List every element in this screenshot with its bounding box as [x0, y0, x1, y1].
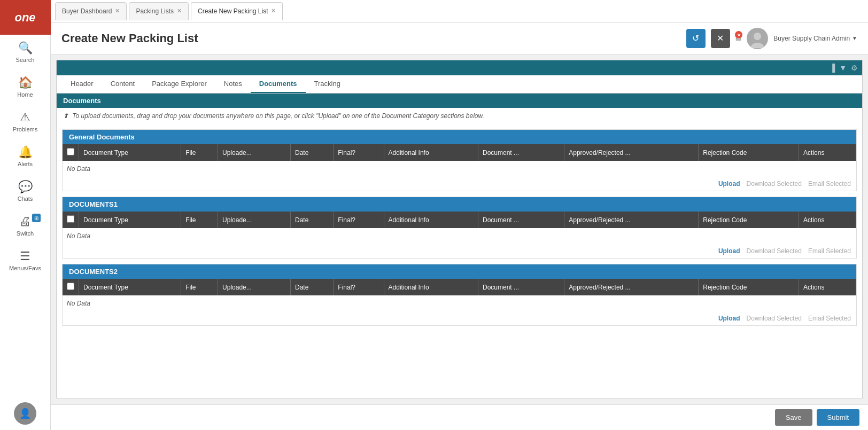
menu-button[interactable]: ≡ ★ [735, 32, 742, 44]
col-document-2: Document ... [478, 279, 564, 295]
tab-header[interactable]: Header [62, 75, 102, 93]
documents2-section: DOCUMENTS2 Document Type File Uploade...… [62, 264, 857, 326]
docs1-email-link[interactable]: Email Selected [808, 247, 851, 255]
col-document-1: Document ... [478, 212, 564, 228]
tab-close-create-new-packing-list[interactable]: ✕ [271, 7, 276, 14]
tab-packing-lists[interactable]: Packing Lists ✕ [129, 2, 189, 20]
sidebar-item-chats[interactable]: 💬 Chats [0, 174, 50, 208]
tab-create-new-packing-list[interactable]: Create New Packing List ✕ [191, 2, 283, 20]
sidebar-item-switch[interactable]: 🖨 ⊞ Switch [0, 208, 50, 243]
search-icon: 🔍 [18, 41, 33, 55]
teal-icon-dropdown[interactable]: ▼ [839, 64, 847, 72]
menu-badge: ★ [735, 31, 742, 38]
general-email-link[interactable]: Email Selected [808, 180, 851, 187]
page-tabs: Header Content Package Explorer Notes Do… [57, 75, 862, 93]
switch-icon: 🖨 [19, 215, 31, 229]
tab-content[interactable]: Content [102, 75, 144, 93]
col-uploaded-0: Uploade... [218, 144, 291, 161]
warning-icon: ⚠ [20, 111, 30, 124]
user-name-dropdown[interactable]: Buyer Supply Chain Admin ▼ [773, 35, 857, 42]
docs1-select-all-checkbox[interactable] [67, 215, 74, 223]
general-documents-header: General Documents [63, 130, 856, 144]
docs1-footer: Upload Download Selected Email Selected [63, 244, 856, 258]
general-documents-table: Document Type File Uploade... Date Final… [63, 144, 856, 177]
app-logo[interactable]: one [0, 0, 51, 35]
sidebar-item-problems[interactable]: ⚠ Problems [0, 104, 50, 139]
tab-buyer-dashboard[interactable]: Buyer Dashboard ✕ [55, 2, 127, 20]
documents1-table: Document Type File Uploade... Date Final… [63, 212, 856, 244]
alerts-icon: 🔔 [18, 145, 33, 159]
documents1-section: DOCUMENTS1 Document Type File Uploade...… [62, 197, 857, 259]
refresh-button[interactable]: ↺ [686, 29, 706, 48]
tab-close-buyer-dashboard[interactable]: ✕ [115, 7, 120, 14]
main-area: Buyer Dashboard ✕ Packing Lists ✕ Create… [51, 0, 868, 430]
chats-icon: 💬 [18, 180, 33, 194]
teal-top-bar: ▐ ▼ ⚙ [57, 60, 862, 75]
sidebar-item-home[interactable]: 🏠 Home [0, 69, 50, 104]
svg-point-1 [754, 33, 761, 40]
col-uploaded-1: Uploade... [218, 212, 291, 228]
tab-documents[interactable]: Documents [251, 75, 306, 93]
save-button[interactable]: Save [775, 409, 812, 426]
docs2-upload-link[interactable]: Upload [718, 315, 740, 322]
close-button[interactable]: ✕ [711, 29, 730, 48]
tab-notes[interactable]: Notes [215, 75, 251, 93]
documents2-header: DOCUMENTS2 [63, 264, 856, 279]
chevron-down-icon: ▼ [852, 35, 857, 41]
col-doc-type-2: Document Type [79, 279, 181, 295]
col-additional-0: Additional Info [384, 144, 478, 161]
col-additional-1: Additional Info [384, 212, 478, 228]
no-data-0: No Data [63, 161, 856, 177]
switch-badge: ⊞ [32, 214, 41, 222]
page-title: Create New Packing List [61, 32, 686, 45]
col-additional-2: Additional Info [384, 279, 478, 295]
sidebar-item-search[interactable]: 🔍 Search [0, 35, 50, 69]
docs2-email-link[interactable]: Email Selected [808, 315, 851, 322]
no-data-1: No Data [63, 228, 856, 244]
avatar [747, 28, 768, 49]
menus-icon: ☰ [20, 249, 30, 263]
content-inner: ▐ ▼ ⚙ Header Content Package Explorer No… [56, 60, 863, 399]
submit-button[interactable]: Submit [817, 409, 859, 426]
general-docs-footer: Upload Download Selected Email Selected [63, 177, 856, 191]
general-documents-section: General Documents Document Type File Upl… [62, 129, 857, 191]
col-final-0: Final? [334, 144, 384, 161]
header-actions: ↺ ✕ ≡ ★ Buyer Supply Chain Admin ▼ [686, 28, 857, 49]
col-approved-2: Approved/Rejected ... [564, 279, 699, 295]
col-rejection-1: Rejection Code [699, 212, 799, 228]
col-date-2: Date [291, 279, 334, 295]
upload-icon: ⬆ [63, 112, 68, 120]
general-upload-link[interactable]: Upload [718, 180, 740, 187]
tab-tracking[interactable]: Tracking [306, 75, 349, 93]
col-approved-0: Approved/Rejected ... [564, 144, 699, 161]
browser-tab-bar: Buyer Dashboard ✕ Packing Lists ✕ Create… [51, 0, 868, 22]
documents-section-title: Documents [57, 93, 862, 108]
teal-icon-1[interactable]: ▐ [830, 64, 835, 72]
col-rejection-2: Rejection Code [699, 279, 799, 295]
col-actions-1: Actions [799, 212, 856, 228]
header-bar: Create New Packing List ↺ ✕ ≡ ★ Buyer Su… [51, 22, 868, 54]
docs2-download-link[interactable]: Download Selected [747, 315, 802, 322]
tab-close-packing-lists[interactable]: ✕ [177, 7, 182, 14]
home-icon: 🏠 [18, 76, 33, 90]
docs1-download-link[interactable]: Download Selected [747, 247, 802, 255]
col-date-0: Date [291, 144, 334, 161]
general-download-link[interactable]: Download Selected [747, 180, 802, 187]
col-actions-2: Actions [799, 279, 856, 295]
sidebar-avatar[interactable]: 👤 [14, 402, 36, 425]
general-select-all-checkbox[interactable] [67, 148, 74, 155]
sidebar-item-menus[interactable]: ☰ Menus/Favs [0, 243, 50, 278]
sidebar: one 🔍 Search 🏠 Home ⚠ Problems 🔔 Alerts … [0, 0, 51, 430]
col-file-0: File [181, 144, 218, 161]
gear-icon[interactable]: ⚙ [851, 64, 858, 72]
col-doc-type-1: Document Type [79, 212, 181, 228]
sidebar-item-alerts[interactable]: 🔔 Alerts [0, 139, 50, 174]
content-area: ▐ ▼ ⚙ Header Content Package Explorer No… [51, 54, 868, 404]
docs2-select-all-checkbox[interactable] [67, 283, 74, 290]
col-file-2: File [181, 279, 218, 295]
tab-package-explorer[interactable]: Package Explorer [143, 75, 215, 93]
docs1-upload-link[interactable]: Upload [718, 247, 740, 255]
col-approved-1: Approved/Rejected ... [564, 212, 699, 228]
table-row: No Data [63, 161, 856, 177]
table-row: No Data [63, 228, 856, 244]
